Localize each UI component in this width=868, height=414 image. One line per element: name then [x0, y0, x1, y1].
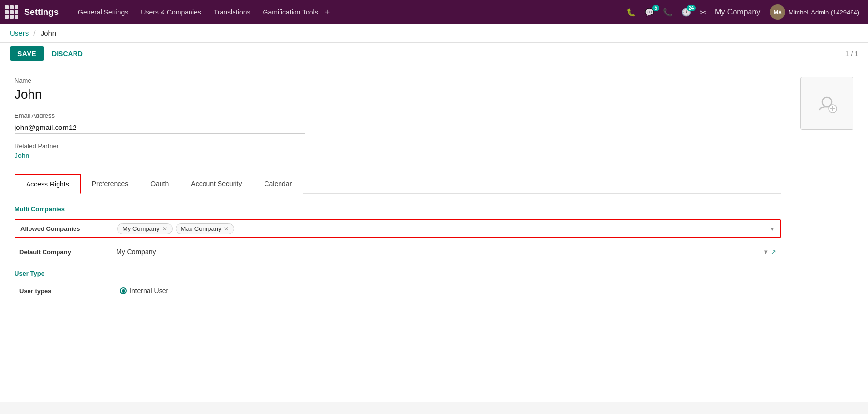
- breadcrumb-current: John: [41, 29, 57, 37]
- main-content: Name Email Address Related Partner John …: [0, 65, 868, 402]
- user-types-row: User types Internal User: [15, 284, 781, 298]
- allowed-companies-value: My Company ✕ Max Company ✕: [117, 223, 769, 234]
- form-fields: Name Email Address Related Partner John …: [15, 77, 781, 298]
- email-label: Email Address: [15, 112, 781, 119]
- menu-gamification-tools[interactable]: Gamification Tools: [257, 5, 324, 19]
- tag-my-company: My Company ✕: [117, 223, 173, 234]
- avatar: MA: [770, 4, 785, 20]
- email-field-group: Email Address: [15, 112, 781, 134]
- tab-content-access-rights: Multi Companies Allowed Companies My Com…: [15, 194, 781, 298]
- add-menu-icon[interactable]: +: [325, 7, 330, 17]
- tag-max-company-label: Max Company: [181, 225, 221, 232]
- clock-icon[interactable]: 🕐 24: [678, 6, 694, 19]
- tag-my-company-label: My Company: [122, 225, 160, 232]
- record-navigation: 1 / 1: [845, 50, 858, 57]
- allowed-companies-row: Allowed Companies My Company ✕ Max Compa…: [15, 219, 781, 238]
- top-menu: General Settings Users & Companies Trans…: [72, 5, 621, 19]
- dropdown-arrow-icon[interactable]: ▼: [763, 248, 769, 256]
- default-company-select[interactable]: My Company ▼ ↗: [116, 248, 776, 256]
- email-input[interactable]: [15, 121, 305, 134]
- top-icons: 🐛 💬 5 📞 🕐 24 ✂ My Company MA Mitchell Ad…: [623, 2, 863, 22]
- subheader: Users / John: [0, 24, 868, 43]
- internal-user-option[interactable]: Internal User: [120, 287, 168, 295]
- tab-account-security[interactable]: Account Security: [180, 174, 253, 194]
- default-company-row: Default Company My Company ▼ ↗: [15, 245, 781, 258]
- user-type-section-title: User Type: [15, 270, 781, 277]
- menu-users-companies[interactable]: Users & Companies: [135, 5, 207, 19]
- phone-icon[interactable]: 📞: [660, 6, 676, 19]
- app-title: Settings: [24, 7, 59, 17]
- actions-bar: SAVE DISCARD 1 / 1: [0, 43, 868, 65]
- name-field-group: Name: [15, 77, 781, 103]
- related-partner-label: Related Partner: [15, 143, 781, 150]
- form-section: Name Email Address Related Partner John …: [15, 77, 853, 298]
- top-navigation: Settings General Settings Users & Compan…: [0, 0, 868, 24]
- bug-icon[interactable]: 🐛: [623, 6, 639, 19]
- form-tabs: Access Rights Preferences Oauth Account …: [15, 174, 781, 194]
- form-photo-section: [800, 77, 853, 298]
- related-partner-field-group: Related Partner John: [15, 143, 781, 159]
- allowed-companies-label: Allowed Companies: [20, 225, 117, 232]
- save-button[interactable]: SAVE: [10, 46, 44, 61]
- tab-oauth[interactable]: Oauth: [139, 174, 180, 194]
- clock-badge: 24: [687, 5, 696, 11]
- tab-calendar[interactable]: Calendar: [253, 174, 303, 194]
- default-company-label: Default Company: [19, 248, 116, 256]
- grid-icon: [5, 5, 18, 19]
- user-profile[interactable]: MA Mitchell Admin (1429464): [766, 2, 863, 22]
- user-type-section: User Type User types Internal User: [15, 270, 781, 298]
- scissors-icon[interactable]: ✂: [697, 6, 709, 19]
- menu-general-settings[interactable]: General Settings: [72, 5, 134, 19]
- chat-badge: 5: [652, 5, 659, 11]
- breadcrumb: Users / John: [10, 29, 858, 37]
- tag-max-company-remove[interactable]: ✕: [224, 226, 229, 232]
- tag-my-company-remove[interactable]: ✕: [162, 226, 167, 232]
- menu-translations[interactable]: Translations: [208, 5, 256, 19]
- user-types-label: User types: [19, 287, 116, 295]
- multi-companies-section-title: Multi Companies: [15, 205, 781, 213]
- breadcrumb-parent[interactable]: Users: [10, 29, 29, 37]
- external-link-icon[interactable]: ↗: [771, 248, 776, 256]
- tag-max-company: Max Company ✕: [176, 223, 235, 234]
- name-input[interactable]: [15, 86, 305, 103]
- internal-user-label: Internal User: [130, 287, 168, 295]
- breadcrumb-separator: /: [33, 29, 35, 37]
- tab-preferences[interactable]: Preferences: [81, 174, 139, 194]
- app-logo[interactable]: Settings: [5, 5, 65, 19]
- allowed-companies-dropdown-arrow[interactable]: ▼: [769, 226, 775, 232]
- tab-access-rights[interactable]: Access Rights: [15, 174, 81, 194]
- my-company-link[interactable]: My Company: [712, 6, 763, 18]
- name-label: Name: [15, 77, 781, 84]
- default-company-value: My Company: [116, 248, 156, 256]
- related-partner-value[interactable]: John: [15, 152, 29, 159]
- internal-user-radio[interactable]: [120, 287, 127, 294]
- company-select-icons: ▼ ↗: [763, 248, 776, 256]
- discard-button[interactable]: DISCARD: [49, 46, 86, 61]
- photo-upload[interactable]: [800, 77, 853, 130]
- user-name: Mitchell Admin (1429464): [788, 9, 859, 16]
- chat-icon[interactable]: 💬 5: [642, 6, 657, 19]
